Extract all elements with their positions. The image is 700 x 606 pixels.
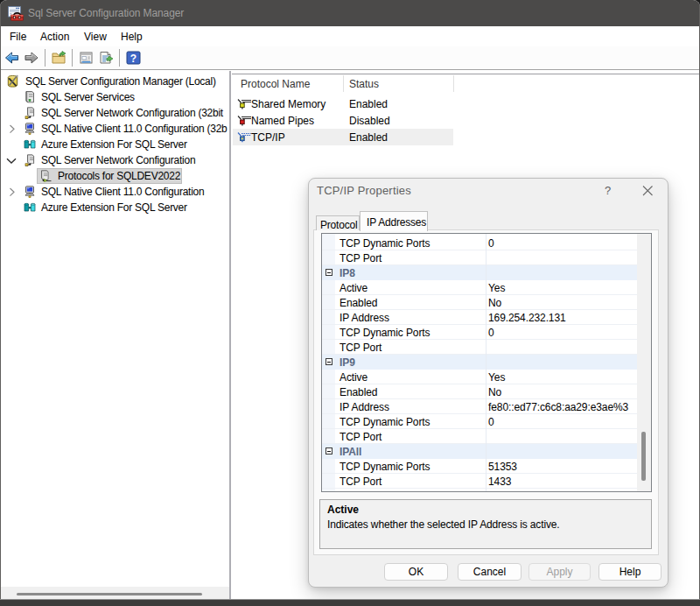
svg-text:?: ? bbox=[130, 53, 136, 65]
